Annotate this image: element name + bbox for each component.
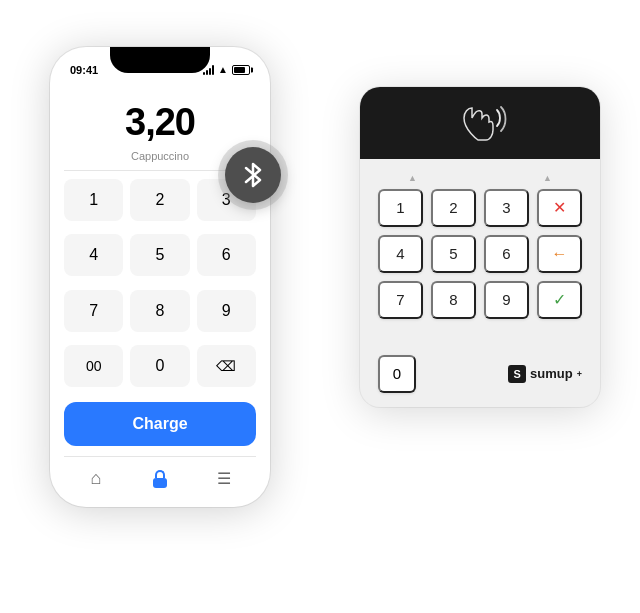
nfc-strip bbox=[360, 87, 600, 159]
reader-key-3[interactable]: 3 bbox=[484, 189, 529, 227]
bluetooth-badge[interactable] bbox=[225, 147, 281, 203]
bluetooth-icon bbox=[241, 160, 265, 190]
tab-lock[interactable] bbox=[142, 465, 178, 493]
sumup-brand-name: sumup bbox=[530, 366, 573, 381]
home-icon: ⌂ bbox=[91, 468, 102, 489]
status-time: 09:41 bbox=[70, 64, 98, 76]
sumup-brand-suffix: + bbox=[577, 369, 582, 379]
key-8[interactable]: 8 bbox=[130, 290, 189, 332]
reader-key-1[interactable]: 1 bbox=[378, 189, 423, 227]
reader-key-4[interactable]: 4 bbox=[378, 235, 423, 273]
reader-key-cancel[interactable]: ✕ bbox=[537, 189, 582, 227]
reader-nav-arrows: ▲ ▲ bbox=[408, 169, 552, 185]
phone-notch bbox=[110, 47, 210, 73]
reader-key-8[interactable]: 8 bbox=[431, 281, 476, 319]
tab-menu[interactable]: ☰ bbox=[206, 465, 242, 493]
key-double-zero[interactable]: 00 bbox=[64, 345, 123, 387]
reader-key-ok[interactable]: ✓ bbox=[537, 281, 582, 319]
lock-icon bbox=[151, 470, 169, 488]
status-icons: ▲ bbox=[203, 64, 250, 75]
reader-key-0[interactable]: 0 bbox=[378, 355, 416, 393]
key-0[interactable]: 0 bbox=[130, 345, 189, 387]
key-6[interactable]: 6 bbox=[197, 234, 256, 276]
key-2[interactable]: 2 bbox=[130, 179, 189, 221]
nav-arrow-left: ▲ bbox=[408, 173, 417, 183]
battery-icon bbox=[232, 65, 250, 75]
keypad: 1 2 3 4 5 6 7 8 9 00 0 ⌫ bbox=[64, 179, 256, 394]
reader-keypad: 1 2 3 ✕ 4 5 6 ← 7 8 9 ✓ bbox=[360, 185, 600, 347]
charge-button[interactable]: Charge bbox=[64, 402, 256, 446]
reader-key-5[interactable]: 5 bbox=[431, 235, 476, 273]
reader-key-9[interactable]: 9 bbox=[484, 281, 529, 319]
sumup-logo: S sumup+ bbox=[508, 365, 582, 383]
key-1[interactable]: 1 bbox=[64, 179, 123, 221]
key-delete[interactable]: ⌫ bbox=[197, 345, 256, 387]
phone: 09:41 ▲ 3,20 Cappuccino 1 2 3 4 bbox=[50, 47, 270, 507]
amount-value: 3,20 bbox=[64, 101, 256, 144]
reader-bottom: 0 S sumup+ bbox=[360, 347, 600, 407]
nfc-icon bbox=[450, 100, 510, 145]
tab-home[interactable]: ⌂ bbox=[78, 465, 114, 493]
amount-display: 3,20 bbox=[64, 101, 256, 144]
reader-key-2[interactable]: 2 bbox=[431, 189, 476, 227]
reader-key-7[interactable]: 7 bbox=[378, 281, 423, 319]
key-9[interactable]: 9 bbox=[197, 290, 256, 332]
card-reader: ▲ ▲ 1 2 3 ✕ 4 5 6 ← 7 8 9 ✓ 0 S sumup+ bbox=[360, 87, 600, 407]
nav-arrow-right: ▲ bbox=[543, 173, 552, 183]
sumup-s-icon: S bbox=[508, 365, 526, 383]
key-4[interactable]: 4 bbox=[64, 234, 123, 276]
wifi-icon: ▲ bbox=[218, 64, 228, 75]
reader-key-backspace[interactable]: ← bbox=[537, 235, 582, 273]
scene: 09:41 ▲ 3,20 Cappuccino 1 2 3 4 bbox=[30, 27, 610, 587]
menu-icon: ☰ bbox=[217, 469, 231, 488]
reader-key-6[interactable]: 6 bbox=[484, 235, 529, 273]
key-7[interactable]: 7 bbox=[64, 290, 123, 332]
key-5[interactable]: 5 bbox=[130, 234, 189, 276]
tab-bar: ⌂ ☰ bbox=[64, 456, 256, 507]
